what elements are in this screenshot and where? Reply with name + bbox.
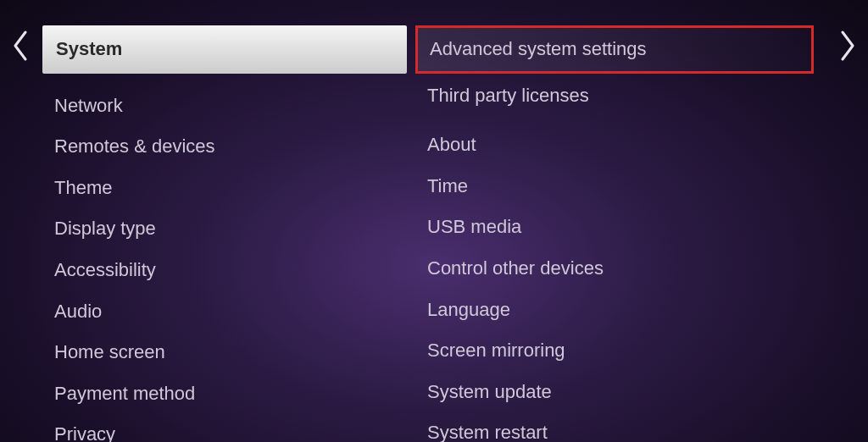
category-accessibility[interactable]: Accessibility xyxy=(42,250,407,291)
category-network[interactable]: Network xyxy=(42,86,407,127)
option-label: About xyxy=(427,134,476,155)
category-theme[interactable]: Theme xyxy=(42,168,407,209)
option-usb-media[interactable]: USB media xyxy=(415,207,814,248)
category-payment-method[interactable]: Payment method xyxy=(42,373,407,415)
option-label: System update xyxy=(427,381,552,402)
nav-forward-icon[interactable] xyxy=(839,30,856,66)
option-third-party-licenses[interactable]: Third party licenses xyxy=(415,75,814,117)
category-home-screen[interactable]: Home screen xyxy=(42,332,407,373)
option-label: Screen mirroring xyxy=(427,340,565,361)
category-system[interactable]: System xyxy=(42,25,407,74)
option-label: USB media xyxy=(427,216,521,237)
category-label: Privacy xyxy=(54,423,115,442)
category-remotes-devices[interactable]: Remotes & devices xyxy=(42,126,407,168)
settings-container: System Network Remotes & devices Theme D… xyxy=(0,0,868,442)
category-label: System xyxy=(56,38,122,59)
category-label: Audio xyxy=(54,301,102,322)
nav-back-icon[interactable] xyxy=(12,30,29,66)
settings-categories-column: System Network Remotes & devices Theme D… xyxy=(0,25,407,417)
category-label: Home screen xyxy=(54,341,165,362)
option-system-restart[interactable]: System restart xyxy=(415,412,814,442)
option-screen-mirroring[interactable]: Screen mirroring xyxy=(415,330,814,372)
option-label: Time xyxy=(427,175,468,196)
category-privacy[interactable]: Privacy xyxy=(42,414,407,442)
option-label: Language xyxy=(427,299,510,320)
category-label: Remotes & devices xyxy=(54,135,215,157)
option-label: Third party licenses xyxy=(427,85,589,106)
category-label: Accessibility xyxy=(54,259,156,280)
category-audio[interactable]: Audio xyxy=(42,291,407,333)
option-control-other-devices[interactable]: Control other devices xyxy=(415,248,814,290)
system-options-column: Advanced system settings Third party lic… xyxy=(407,25,814,417)
option-system-update[interactable]: System update xyxy=(415,372,814,413)
category-label: Payment method xyxy=(54,383,195,404)
category-display-type[interactable]: Display type xyxy=(42,208,407,250)
option-label: System restart xyxy=(427,422,548,442)
option-label: Control other devices xyxy=(427,257,604,279)
option-time[interactable]: Time xyxy=(415,166,814,207)
option-advanced-system-settings[interactable]: Advanced system settings xyxy=(415,25,814,74)
category-label: Theme xyxy=(54,177,112,198)
category-label: Network xyxy=(54,95,123,116)
option-language[interactable]: Language xyxy=(415,290,814,331)
category-label: Display type xyxy=(54,218,156,239)
option-label: Advanced system settings xyxy=(430,38,647,59)
option-about[interactable]: About xyxy=(415,124,814,166)
